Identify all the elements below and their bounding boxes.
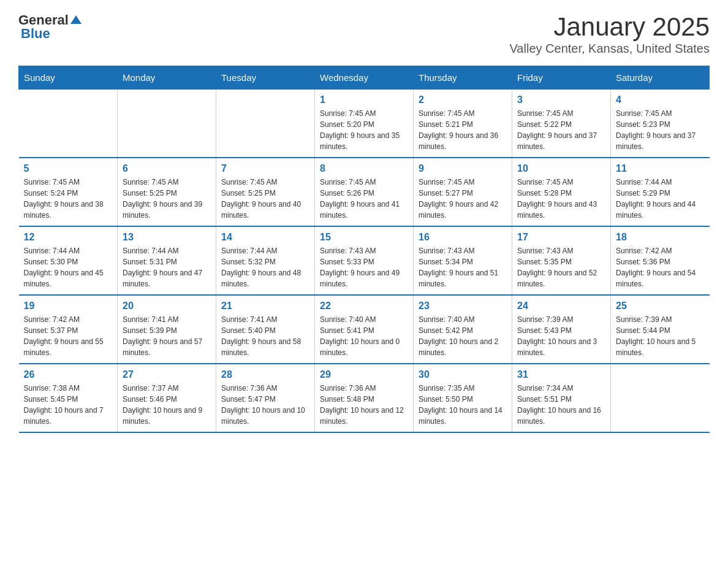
day-number: 22 bbox=[320, 301, 408, 312]
day-info: Sunrise: 7:34 AM Sunset: 5:51 PM Dayligh… bbox=[517, 383, 605, 427]
day-of-week-header: Wednesday bbox=[315, 66, 414, 90]
day-number: 17 bbox=[517, 232, 605, 243]
day-number: 11 bbox=[616, 163, 705, 174]
day-number: 7 bbox=[221, 163, 309, 174]
calendar-day-cell bbox=[118, 90, 216, 158]
day-of-week-header: Thursday bbox=[414, 66, 512, 90]
calendar-day-cell: 8Sunrise: 7:45 AM Sunset: 5:26 PM Daylig… bbox=[315, 158, 414, 226]
day-info: Sunrise: 7:38 AM Sunset: 5:45 PM Dayligh… bbox=[24, 383, 113, 427]
calendar-week-row: 12Sunrise: 7:44 AM Sunset: 5:30 PM Dayli… bbox=[19, 226, 710, 295]
calendar-week-row: 1Sunrise: 7:45 AM Sunset: 5:20 PM Daylig… bbox=[19, 90, 710, 158]
calendar-day-cell: 12Sunrise: 7:44 AM Sunset: 5:30 PM Dayli… bbox=[19, 226, 118, 295]
day-number: 12 bbox=[24, 232, 113, 243]
calendar-day-cell: 7Sunrise: 7:45 AM Sunset: 5:25 PM Daylig… bbox=[216, 158, 315, 226]
day-info: Sunrise: 7:45 AM Sunset: 5:27 PM Dayligh… bbox=[419, 177, 507, 221]
day-info: Sunrise: 7:43 AM Sunset: 5:33 PM Dayligh… bbox=[320, 245, 408, 289]
day-number: 28 bbox=[221, 369, 309, 380]
calendar-day-cell: 22Sunrise: 7:40 AM Sunset: 5:41 PM Dayli… bbox=[315, 295, 414, 364]
day-number: 25 bbox=[616, 301, 705, 312]
day-number: 16 bbox=[419, 232, 507, 243]
day-info: Sunrise: 7:45 AM Sunset: 5:23 PM Dayligh… bbox=[616, 108, 705, 152]
calendar-day-cell: 24Sunrise: 7:39 AM Sunset: 5:43 PM Dayli… bbox=[512, 295, 611, 364]
day-number: 30 bbox=[419, 369, 507, 380]
day-number: 29 bbox=[320, 369, 408, 380]
calendar-day-cell: 13Sunrise: 7:44 AM Sunset: 5:31 PM Dayli… bbox=[118, 226, 216, 295]
calendar-day-cell: 29Sunrise: 7:36 AM Sunset: 5:48 PM Dayli… bbox=[315, 364, 414, 432]
day-number: 20 bbox=[123, 301, 211, 312]
day-number: 23 bbox=[419, 301, 507, 312]
day-number: 6 bbox=[123, 163, 211, 174]
day-number: 2 bbox=[419, 94, 507, 105]
calendar-day-cell: 17Sunrise: 7:43 AM Sunset: 5:35 PM Dayli… bbox=[512, 226, 611, 295]
day-info: Sunrise: 7:40 AM Sunset: 5:42 PM Dayligh… bbox=[419, 314, 507, 358]
day-of-week-header: Monday bbox=[118, 66, 216, 90]
day-of-week-header: Saturday bbox=[611, 66, 710, 90]
logo-blue-text: Blue bbox=[21, 26, 50, 42]
day-info: Sunrise: 7:45 AM Sunset: 5:24 PM Dayligh… bbox=[24, 177, 113, 221]
day-info: Sunrise: 7:45 AM Sunset: 5:21 PM Dayligh… bbox=[419, 108, 507, 152]
day-info: Sunrise: 7:37 AM Sunset: 5:46 PM Dayligh… bbox=[123, 383, 211, 427]
day-info: Sunrise: 7:36 AM Sunset: 5:48 PM Dayligh… bbox=[320, 383, 408, 427]
day-info: Sunrise: 7:43 AM Sunset: 5:34 PM Dayligh… bbox=[419, 245, 507, 289]
day-number: 24 bbox=[517, 301, 605, 312]
day-number: 1 bbox=[320, 94, 408, 105]
day-number: 26 bbox=[24, 369, 113, 380]
day-number: 8 bbox=[320, 163, 408, 174]
day-info: Sunrise: 7:45 AM Sunset: 5:22 PM Dayligh… bbox=[517, 108, 605, 152]
day-number: 4 bbox=[616, 94, 705, 105]
calendar-day-cell: 23Sunrise: 7:40 AM Sunset: 5:42 PM Dayli… bbox=[414, 295, 512, 364]
calendar-day-cell bbox=[611, 364, 710, 432]
page-header: General Blue January 2025 Valley Center,… bbox=[18, 12, 710, 56]
calendar-day-cell: 10Sunrise: 7:45 AM Sunset: 5:28 PM Dayli… bbox=[512, 158, 611, 226]
location-title: Valley Center, Kansas, United States bbox=[510, 42, 710, 56]
day-info: Sunrise: 7:42 AM Sunset: 5:37 PM Dayligh… bbox=[24, 314, 113, 358]
day-number: 10 bbox=[517, 163, 605, 174]
day-info: Sunrise: 7:43 AM Sunset: 5:35 PM Dayligh… bbox=[517, 245, 605, 289]
calendar-day-cell bbox=[216, 90, 315, 158]
calendar-day-cell: 21Sunrise: 7:41 AM Sunset: 5:40 PM Dayli… bbox=[216, 295, 315, 364]
day-info: Sunrise: 7:44 AM Sunset: 5:30 PM Dayligh… bbox=[24, 245, 113, 289]
month-title: January 2025 bbox=[510, 12, 710, 42]
calendar-day-cell: 26Sunrise: 7:38 AM Sunset: 5:45 PM Dayli… bbox=[19, 364, 118, 432]
logo: General Blue bbox=[18, 12, 82, 42]
day-info: Sunrise: 7:35 AM Sunset: 5:50 PM Dayligh… bbox=[419, 383, 507, 427]
day-info: Sunrise: 7:45 AM Sunset: 5:25 PM Dayligh… bbox=[221, 177, 309, 221]
day-number: 21 bbox=[221, 301, 309, 312]
day-info: Sunrise: 7:39 AM Sunset: 5:44 PM Dayligh… bbox=[616, 314, 705, 358]
day-info: Sunrise: 7:41 AM Sunset: 5:39 PM Dayligh… bbox=[123, 314, 211, 358]
day-of-week-header: Sunday bbox=[19, 66, 118, 90]
day-of-week-header: Friday bbox=[512, 66, 611, 90]
day-info: Sunrise: 7:39 AM Sunset: 5:43 PM Dayligh… bbox=[517, 314, 605, 358]
day-number: 14 bbox=[221, 232, 309, 243]
day-number: 15 bbox=[320, 232, 408, 243]
day-number: 3 bbox=[517, 94, 605, 105]
day-number: 19 bbox=[24, 301, 113, 312]
calendar-day-cell: 6Sunrise: 7:45 AM Sunset: 5:25 PM Daylig… bbox=[118, 158, 216, 226]
calendar-day-cell: 9Sunrise: 7:45 AM Sunset: 5:27 PM Daylig… bbox=[414, 158, 512, 226]
calendar-day-cell bbox=[19, 90, 118, 158]
day-number: 5 bbox=[24, 163, 113, 174]
calendar-day-cell: 25Sunrise: 7:39 AM Sunset: 5:44 PM Dayli… bbox=[611, 295, 710, 364]
day-number: 13 bbox=[123, 232, 211, 243]
day-number: 27 bbox=[123, 369, 211, 380]
calendar-day-cell: 31Sunrise: 7:34 AM Sunset: 5:51 PM Dayli… bbox=[512, 364, 611, 432]
day-info: Sunrise: 7:45 AM Sunset: 5:26 PM Dayligh… bbox=[320, 177, 408, 221]
day-info: Sunrise: 7:42 AM Sunset: 5:36 PM Dayligh… bbox=[616, 245, 705, 289]
calendar-day-cell: 19Sunrise: 7:42 AM Sunset: 5:37 PM Dayli… bbox=[19, 295, 118, 364]
calendar-week-row: 26Sunrise: 7:38 AM Sunset: 5:45 PM Dayli… bbox=[19, 364, 710, 432]
day-info: Sunrise: 7:36 AM Sunset: 5:47 PM Dayligh… bbox=[221, 383, 309, 427]
calendar-day-cell: 18Sunrise: 7:42 AM Sunset: 5:36 PM Dayli… bbox=[611, 226, 710, 295]
day-number: 9 bbox=[419, 163, 507, 174]
calendar-day-cell: 14Sunrise: 7:44 AM Sunset: 5:32 PM Dayli… bbox=[216, 226, 315, 295]
calendar-day-cell: 27Sunrise: 7:37 AM Sunset: 5:46 PM Dayli… bbox=[118, 364, 216, 432]
day-info: Sunrise: 7:44 AM Sunset: 5:31 PM Dayligh… bbox=[123, 245, 211, 289]
calendar-day-cell: 20Sunrise: 7:41 AM Sunset: 5:39 PM Dayli… bbox=[118, 295, 216, 364]
calendar-day-cell: 5Sunrise: 7:45 AM Sunset: 5:24 PM Daylig… bbox=[19, 158, 118, 226]
day-info: Sunrise: 7:41 AM Sunset: 5:40 PM Dayligh… bbox=[221, 314, 309, 358]
day-of-week-header: Tuesday bbox=[216, 66, 315, 90]
calendar-table: SundayMondayTuesdayWednesdayThursdayFrid… bbox=[18, 66, 710, 433]
day-info: Sunrise: 7:44 AM Sunset: 5:29 PM Dayligh… bbox=[616, 177, 705, 221]
day-number: 31 bbox=[517, 369, 605, 380]
day-info: Sunrise: 7:45 AM Sunset: 5:20 PM Dayligh… bbox=[320, 108, 408, 152]
calendar-day-cell: 16Sunrise: 7:43 AM Sunset: 5:34 PM Dayli… bbox=[414, 226, 512, 295]
